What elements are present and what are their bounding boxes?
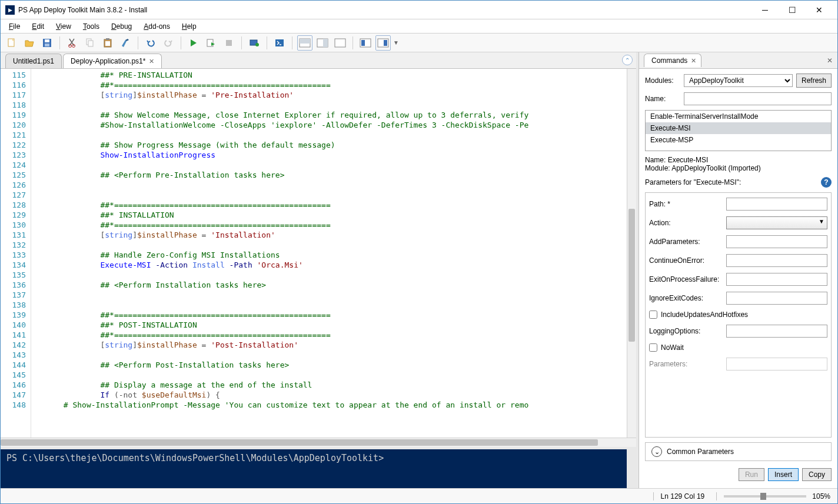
- param-input[interactable]: [726, 198, 827, 211]
- clear-icon[interactable]: [118, 35, 133, 51]
- close-icon[interactable]: ✕: [691, 57, 696, 65]
- zoom-slider[interactable]: [724, 495, 806, 498]
- svg-rect-3: [45, 44, 49, 46]
- param-label: Action:: [649, 219, 723, 227]
- svg-rect-24: [384, 40, 387, 46]
- svg-rect-12: [226, 40, 232, 46]
- modules-select[interactable]: AppDeployToolkit: [684, 74, 793, 87]
- app-icon: ▶: [5, 5, 15, 15]
- new-icon[interactable]: [4, 35, 19, 51]
- menu-view[interactable]: View: [50, 21, 77, 32]
- menu-add-ons[interactable]: Add-ons: [138, 21, 176, 32]
- info-module: Module: AppDeployToolkit (Imported): [645, 164, 832, 172]
- svg-rect-7: [88, 41, 93, 46]
- copy-button[interactable]: Copy: [802, 468, 832, 481]
- params-area: Path: *Action:▼AddParameters:ContinueOnE…: [645, 192, 832, 438]
- common-params-row[interactable]: ⌄ Common Parameters: [645, 442, 832, 461]
- name-input[interactable]: [684, 92, 832, 105]
- powershell-icon[interactable]: [272, 35, 287, 51]
- statusbar: Ln 129 Col 19 105%: [1, 488, 837, 503]
- insert-button[interactable]: Insert: [768, 468, 799, 481]
- editor-tab[interactable]: Deploy-Application.ps1*✕: [63, 54, 162, 68]
- show-command-addon-icon[interactable]: [375, 35, 391, 51]
- info-name: Name: Execute-MSI: [645, 156, 832, 164]
- svg-rect-20: [335, 39, 345, 47]
- command-list-item[interactable]: Enable-TerminalServerInstallMode: [646, 111, 831, 122]
- cursor-position: Ln 129 Col 19: [653, 492, 705, 500]
- command-list[interactable]: Enable-TerminalServerInstallModeExecute-…: [645, 110, 832, 151]
- svg-rect-19: [323, 39, 328, 47]
- undo-icon[interactable]: [143, 35, 158, 51]
- svg-point-14: [255, 43, 259, 46]
- param-label: ExitOnProcessFailure:: [649, 275, 723, 283]
- close-icon[interactable]: ✕: [149, 58, 154, 65]
- editor-hscrollbar[interactable]: [1, 438, 636, 447]
- param-label: IgnoreExitCodes:: [649, 294, 723, 302]
- param-label: Path: *: [649, 200, 723, 208]
- param-includeupdatesandhotfixes[interactable]: IncludeUpdatesAndHotfixes: [649, 311, 827, 319]
- commands-tab[interactable]: Commands ✕: [644, 54, 701, 67]
- show-script-pane-icon[interactable]: [358, 35, 373, 51]
- code-editor[interactable]: ##* PRE-INSTALLATION ##*================…: [31, 69, 636, 438]
- titlebar: ▶ PS App Deploy Toolkit Main 3.8.2 - Ins…: [1, 1, 837, 19]
- svg-rect-9: [106, 38, 109, 40]
- save-icon[interactable]: [39, 35, 55, 51]
- menu-file[interactable]: File: [3, 21, 26, 32]
- param-label: AddParameters:: [649, 238, 723, 246]
- console-prompt: PS C:\Users\theje\Documents\WindowsPower…: [6, 453, 384, 463]
- close-panel-icon[interactable]: ✕: [827, 56, 833, 65]
- param-input[interactable]: [726, 254, 827, 267]
- param-label: ContinueOnError:: [649, 256, 723, 265]
- command-list-item[interactable]: Execute-MSP: [646, 134, 831, 146]
- editor-vscrollbar[interactable]: [627, 69, 636, 438]
- command-list-item[interactable]: Execute-MSI: [646, 122, 831, 134]
- open-icon[interactable]: [22, 35, 37, 51]
- run-button[interactable]: Run: [739, 468, 764, 481]
- paste-icon[interactable]: [100, 35, 115, 51]
- run-icon[interactable]: [186, 35, 201, 51]
- menu-debug[interactable]: Debug: [105, 21, 138, 32]
- maximize-button[interactable]: ☐: [779, 1, 806, 19]
- window-title: PS App Deploy Toolkit Main 3.8.2 - Insta…: [18, 6, 751, 14]
- layout-1-icon[interactable]: [297, 35, 312, 51]
- param-input[interactable]: [726, 292, 827, 305]
- cut-icon[interactable]: [65, 35, 80, 51]
- param-input[interactable]: [726, 358, 827, 371]
- console-pane[interactable]: PS C:\Users\theje\Documents\WindowsPower…: [1, 447, 636, 488]
- redo-icon[interactable]: [161, 35, 176, 51]
- svg-rect-2: [45, 39, 49, 42]
- copy-icon[interactable]: [82, 35, 98, 51]
- param-nowait[interactable]: NoWait: [649, 343, 827, 352]
- param-input[interactable]: [726, 325, 827, 338]
- svg-rect-10: [105, 41, 110, 46]
- commands-tab-label: Commands: [651, 56, 687, 65]
- toolbar: ▼: [1, 34, 837, 52]
- commands-panel: Commands ✕ ✕ Modules: AppDeployToolkit R…: [639, 52, 837, 488]
- remote-icon[interactable]: [247, 35, 262, 51]
- zoom-label: 105%: [812, 492, 830, 500]
- common-params-label: Common Parameters: [667, 448, 734, 456]
- menu-edit[interactable]: Edit: [26, 21, 50, 32]
- param-input[interactable]: ▼: [726, 216, 827, 229]
- refresh-button[interactable]: Refresh: [796, 74, 832, 88]
- help-icon[interactable]: ?: [821, 177, 832, 188]
- stop-icon[interactable]: [221, 35, 237, 51]
- params-label: Parameters for "Execute-MSI":: [645, 178, 741, 186]
- run-selection-icon[interactable]: [204, 35, 219, 51]
- chevron-down-icon: ⌄: [651, 446, 662, 457]
- editor-tab[interactable]: Untitled1.ps1: [5, 54, 62, 68]
- name-label: Name:: [645, 95, 680, 103]
- layout-3-icon[interactable]: [332, 35, 348, 51]
- svg-rect-22: [361, 40, 365, 46]
- layout-2-icon[interactable]: [315, 35, 330, 51]
- close-button[interactable]: ✕: [806, 1, 833, 19]
- param-input[interactable]: [726, 273, 827, 286]
- collapse-script-icon[interactable]: ⌃: [622, 55, 633, 65]
- param-label: LoggingOptions:: [649, 327, 723, 335]
- console-scrollbar[interactable]: [627, 449, 636, 488]
- menu-tools[interactable]: Tools: [77, 21, 105, 32]
- param-label: Parameters:: [649, 360, 723, 368]
- param-input[interactable]: [726, 235, 827, 248]
- menu-help[interactable]: Help: [176, 21, 202, 32]
- minimize-button[interactable]: ─: [751, 1, 779, 19]
